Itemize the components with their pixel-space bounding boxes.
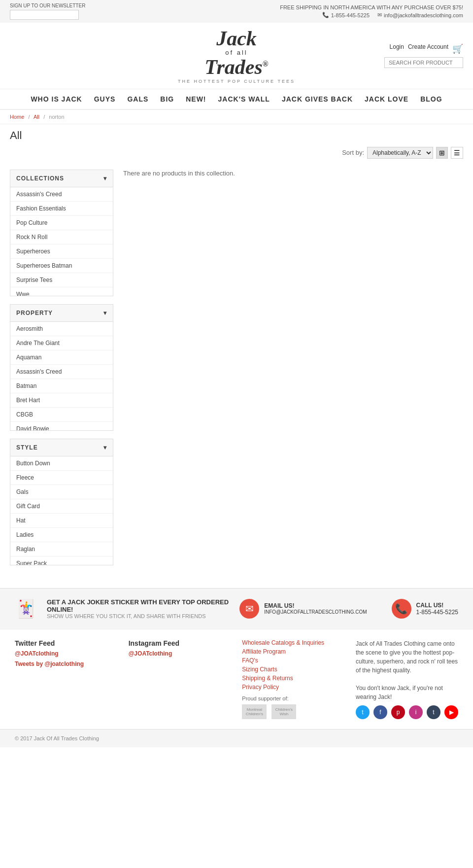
- nav-guys[interactable]: GUYS: [94, 95, 116, 103]
- property-link[interactable]: CBGB: [10, 408, 113, 421]
- style-link[interactable]: Super Pack: [10, 556, 113, 565]
- twitter-social-icon[interactable]: t: [356, 705, 370, 719]
- nav-jack-gives-back[interactable]: JACK GIVES BACK: [282, 95, 353, 103]
- sort-label: Sort by:: [342, 149, 364, 156]
- property-label: PROPERTY: [16, 310, 53, 316]
- instagram-social-icon[interactable]: i: [409, 705, 423, 719]
- footer-link-affiliate[interactable]: Affiliate Program: [242, 648, 341, 655]
- footer-link-wholesale[interactable]: Wholesale Catalogs & Inquiries: [242, 639, 341, 646]
- collections-toggle-icon: ▾: [103, 175, 107, 182]
- style-section: STYLE ▾ Button Down Fleece Gals Gift Car…: [10, 439, 113, 565]
- property-link[interactable]: David Bowie: [10, 422, 113, 430]
- style-link[interactable]: Gals: [10, 485, 113, 499]
- list-item: Fleece: [10, 471, 113, 485]
- property-link[interactable]: Bret Hart: [10, 393, 113, 407]
- supporter-logo-2: Children's Wish: [271, 704, 296, 719]
- footer-phone-contact: 📞 CALL US! 1-855-445-5225: [392, 599, 458, 619]
- collection-link[interactable]: Fashion Essentials: [10, 202, 113, 215]
- footer-about-desc: Jack of All Trades Clothing came onto th…: [356, 639, 458, 701]
- breadcrumb-all[interactable]: All: [34, 114, 39, 120]
- tumblr-social-icon[interactable]: t: [427, 705, 440, 719]
- supporter-logo-1: Montreal Children's: [242, 704, 267, 719]
- property-list: Aerosmith Andre The Giant Aquaman Assass…: [10, 322, 113, 430]
- list-item: Rock N Roll: [10, 230, 113, 244]
- footer-phone-val: 1-855-445-5225: [416, 609, 458, 616]
- property-header[interactable]: PROPERTY ▾: [10, 305, 113, 322]
- collection-link[interactable]: Rock N Roll: [10, 230, 113, 244]
- style-link[interactable]: Ladies: [10, 528, 113, 542]
- footer-email-info: EMAIL US! INFO@JACKOFALLTRADESCLOTHING.C…: [264, 602, 367, 615]
- instagram-title: Instagram Feed: [129, 639, 228, 647]
- facebook-social-icon[interactable]: f: [373, 705, 387, 719]
- collection-link[interactable]: Superheroes: [10, 244, 113, 258]
- list-item: Ladies: [10, 528, 113, 542]
- list-item: Assassin's Creed: [10, 365, 113, 379]
- youtube-social-icon[interactable]: ▶: [444, 705, 458, 719]
- property-link[interactable]: Batman: [10, 379, 113, 393]
- style-list: Button Down Fleece Gals Gift Card Hat La…: [10, 456, 113, 565]
- footer-links-col: Wholesale Catalogs & Inquiries Affiliate…: [242, 639, 341, 719]
- style-link[interactable]: Hat: [10, 514, 113, 527]
- style-header[interactable]: STYLE ▾: [10, 439, 113, 456]
- list-item: Surprise Tees: [10, 273, 113, 287]
- footer-link-sizing[interactable]: Sizing Charts: [242, 666, 341, 673]
- nav-jack-love[interactable]: JACK LOVE: [365, 95, 408, 103]
- nav-new[interactable]: NEW!: [186, 95, 206, 103]
- property-link[interactable]: Aerosmith: [10, 322, 113, 336]
- nav-blog[interactable]: BLOG: [420, 95, 442, 103]
- list-item: Bret Hart: [10, 393, 113, 408]
- collection-link[interactable]: Superheroes Batman: [10, 259, 113, 273]
- create-account-link[interactable]: Create Account: [408, 43, 448, 54]
- style-link[interactable]: Button Down: [10, 456, 113, 470]
- nav-gals[interactable]: GALS: [127, 95, 148, 103]
- footer-link-shipping[interactable]: Shipping & Returns: [242, 675, 341, 682]
- list-item: Fashion Essentials: [10, 202, 113, 216]
- instagram-handle: @JOATclothing: [129, 650, 228, 657]
- copyright-text: © 2017 Jack Of All Trades Clothing: [15, 735, 99, 741]
- style-link[interactable]: Raglan: [10, 542, 113, 556]
- collection-link[interactable]: Wwe: [10, 287, 113, 296]
- twitter-title: Twitter Feed: [15, 639, 114, 647]
- property-link[interactable]: Assassin's Creed: [10, 365, 113, 379]
- list-item: Wwe: [10, 287, 113, 296]
- nav-big[interactable]: BIG: [160, 95, 174, 103]
- style-link[interactable]: Gift Card: [10, 499, 113, 513]
- style-link[interactable]: Fleece: [10, 471, 113, 485]
- footer-link-privacy[interactable]: Privacy Policy: [242, 684, 341, 691]
- collection-link[interactable]: Surprise Tees: [10, 273, 113, 287]
- list-view-button[interactable]: ☰: [451, 147, 463, 159]
- property-link[interactable]: Aquaman: [10, 350, 113, 364]
- footer-instagram-col: Instagram Feed @JOATclothing: [129, 639, 228, 719]
- sort-controls: Sort by: Alphabetically, A-Z ⊞ ☰: [0, 144, 473, 162]
- list-item: Gals: [10, 485, 113, 499]
- footer-link-faq[interactable]: FAQ's: [242, 657, 341, 664]
- list-item: Gift Card: [10, 499, 113, 514]
- twitter-link[interactable]: Tweets by @joatclothing: [15, 660, 84, 667]
- collections-header[interactable]: COLLECTIONS ▾: [10, 170, 113, 187]
- site-logo[interactable]: Jack of all Trades® THE HOTTEST POP CULT…: [178, 28, 295, 84]
- collection-link[interactable]: Assassin's Creed: [10, 187, 113, 201]
- pinterest-social-icon[interactable]: p: [391, 705, 405, 719]
- nav-jacks-wall[interactable]: JACK'S WALL: [218, 95, 270, 103]
- no-products-message: There are no products in this collection…: [123, 170, 235, 177]
- breadcrumb-home[interactable]: Home: [10, 114, 24, 120]
- search-input[interactable]: [384, 57, 463, 68]
- header: Jack of all Trades® THE HOTTEST POP CULT…: [0, 23, 473, 89]
- collection-link[interactable]: Pop Culture: [10, 216, 113, 230]
- collections-list: Assassin's Creed Fashion Essentials Pop …: [10, 187, 113, 296]
- main-nav: WHO IS JACK GUYS GALS BIG NEW! JACK'S WA…: [0, 89, 473, 110]
- phone-contact: 📞 1-855-445-5225: [322, 12, 370, 18]
- footer-about-col: Jack of All Trades Clothing came onto th…: [356, 639, 458, 719]
- nav-who-is-jack[interactable]: WHO IS JACK: [31, 95, 82, 103]
- list-item: Button Down: [10, 456, 113, 471]
- login-link[interactable]: Login: [390, 43, 404, 54]
- page-title: All: [10, 129, 463, 142]
- property-toggle-icon: ▾: [103, 310, 107, 316]
- main-area: COLLECTIONS ▾ Assassin's Creed Fashion E…: [0, 162, 473, 588]
- property-link[interactable]: Andre The Giant: [10, 336, 113, 350]
- newsletter-input[interactable]: [10, 10, 79, 20]
- grid-view-button[interactable]: ⊞: [436, 147, 448, 159]
- sort-select[interactable]: Alphabetically, A-Z: [367, 147, 433, 159]
- footer-contact: ✉ EMAIL US! INFO@JACKOFALLTRADESCLOTHING…: [239, 599, 458, 619]
- cart-icon[interactable]: 🛒: [452, 43, 463, 54]
